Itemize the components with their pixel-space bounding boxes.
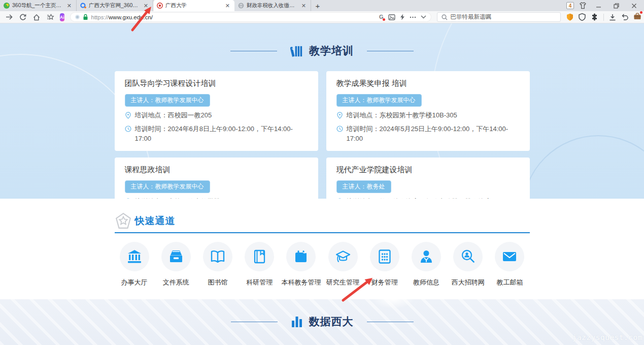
quick-link-label: 西大招聘网 — [452, 278, 485, 287]
adblock-shield-icon[interactable] — [579, 13, 586, 21]
quick-link-service-hall[interactable]: 办事大厅 — [115, 242, 154, 287]
training-time: 培训时间：2024年6月8日上午9:00-12:00，下午14:00-17:00 — [135, 124, 308, 144]
quick-link-finance[interactable]: 财务管理 — [365, 242, 404, 287]
quick-link-label: 教工邮箱 — [496, 278, 523, 287]
quick-link-label: 教师信息 — [413, 278, 439, 287]
title-rule-left — [231, 322, 278, 322]
quick-link-library[interactable]: 图书馆 — [198, 242, 238, 287]
decorative-circle — [522, 135, 644, 199]
quick-link-label: 文件系统 — [163, 278, 189, 287]
quick-channel-title: 快速通道 — [135, 214, 176, 228]
notebook-icon — [252, 248, 267, 265]
graduation-cap-icon — [334, 248, 352, 265]
maximize-button[interactable] — [609, 1, 623, 11]
training-section-title: 教学培训 — [309, 44, 354, 58]
training-location: 培训地点：西校园一教205 — [135, 111, 212, 120]
training-card-title: 团队导向学习课程设计培训 — [125, 79, 308, 88]
undo-recently-closed-icon[interactable] — [621, 14, 628, 21]
data-section: 数据西大 jazzysquest.com — [0, 299, 644, 345]
search-query-text: 巴菲特最新遗嘱 — [451, 13, 492, 21]
speaker-badge: 主讲人：教师教学发展中心 — [125, 180, 210, 193]
tab-close-icon[interactable]: ✕ — [300, 3, 307, 9]
forward-icon[interactable] — [5, 13, 13, 21]
address-bar[interactable]: https://www.gxu.edu.cn/ G — [70, 12, 431, 22]
quick-channel-section: 快速通道 办事大厅 文件系统 图书馆 科研管理 本科教务管理 — [0, 199, 644, 299]
browser-toolbar: Ai https://www.gxu.edu.cn/ G 巴菲特最新遗嘱 — [0, 11, 644, 23]
globe-icon — [238, 3, 244, 9]
title-rule-right — [367, 51, 414, 51]
tab-title: 360导航_一个主页，整个世界 — [12, 2, 63, 9]
quick-link-research[interactable]: 科研管理 — [240, 242, 279, 287]
watermark-text: jazzysquest.com — [572, 333, 642, 341]
calendar-icon — [293, 248, 309, 265]
download-icon[interactable] — [609, 14, 616, 21]
training-card: 现代产业学院建设培训 主讲人：教务处 培训地点：教务处会议室（行政办公楼二楼会议… — [326, 158, 530, 199]
location-pin-icon — [336, 198, 343, 199]
login-manager-briefcase-icon[interactable] — [633, 13, 641, 22]
more-actions-icon[interactable] — [410, 16, 416, 18]
training-card: 课程思政培训 主讲人：教师教学发展中心 培训地点：东校园第十教学楼10B-301… — [115, 158, 318, 199]
safety-shield-icon[interactable] — [566, 13, 573, 21]
quick-link-graduate[interactable]: 研究生管理 — [323, 242, 363, 287]
tab-fiscal-system[interactable]: 财政非税收入收缴电子化管理 ✕ — [234, 0, 311, 11]
home-icon[interactable] — [32, 13, 41, 21]
tab-360-search[interactable]: 广西大学官网_360搜索 ✕ — [77, 0, 153, 11]
archive-box-icon — [168, 248, 184, 265]
quick-link-recruitment[interactable]: 西大招聘网 — [448, 242, 488, 287]
quick-link-file-system[interactable]: 文件系统 — [156, 242, 196, 287]
books-icon — [290, 44, 304, 58]
quick-link-undergrad-affairs[interactable]: 本科教务管理 — [281, 242, 321, 287]
extensions-puzzle-icon[interactable] — [591, 13, 598, 21]
browser-search-box[interactable]: 巴菲特最新遗嘱 — [437, 12, 561, 22]
training-time: 培训时间：2024年5月25日上午9:00-12:00，下午14:00-17:0… — [347, 124, 520, 144]
toolbar-right-actions — [566, 13, 644, 22]
gxu-logo-icon — [157, 3, 163, 9]
clock-icon — [336, 126, 343, 132]
quick-link-label: 图书馆 — [208, 278, 227, 287]
close-window-button[interactable] — [627, 1, 641, 11]
quick-channel-header: 快速通道 — [115, 212, 530, 233]
360-search-logo-icon — [80, 3, 86, 9]
new-tab-button[interactable]: + — [311, 0, 324, 11]
calculator-icon — [377, 248, 392, 265]
reader-mode-icon[interactable] — [75, 15, 80, 19]
quick-link-staff-mail[interactable]: 教工邮箱 — [490, 242, 529, 287]
translate-icon[interactable]: G — [379, 14, 384, 20]
speaker-badge: 主讲人：教务处 — [336, 180, 391, 193]
tab-close-icon[interactable]: ✕ — [224, 3, 231, 9]
favorites-star-icon[interactable] — [46, 13, 54, 21]
tab-close-icon[interactable]: ✕ — [143, 3, 149, 9]
toolbar-divider — [603, 14, 604, 21]
tab-360-nav[interactable]: 360导航_一个主页，整个世界 ✕ — [0, 0, 77, 11]
location-pin-icon — [336, 112, 343, 119]
minimize-button[interactable] — [591, 1, 605, 11]
training-location: 培训地点：教务处会议室（行政办公楼二楼会议室） — [347, 197, 498, 199]
tab-title: 广西大学 — [165, 2, 222, 9]
speaker-badge: 主讲人：教师教学发展中心 — [336, 94, 422, 107]
quick-link-teacher-info[interactable]: 教师信息 — [406, 242, 446, 287]
quick-link-label: 办事大厅 — [121, 278, 148, 287]
screenshot-image-icon[interactable] — [388, 14, 395, 20]
tab-gxu-active[interactable]: 广西大学 ✕ — [153, 0, 234, 11]
theme-skin-icon[interactable] — [578, 1, 588, 11]
training-cards-grid: 团队导向学习课程设计培训 主讲人：教师教学发展中心 培训地点：西校园一教205 … — [115, 71, 530, 199]
lightning-quick-icon[interactable] — [400, 14, 405, 20]
search-person-icon — [460, 248, 476, 265]
clock-icon — [125, 126, 131, 132]
bar-chart-icon — [291, 315, 304, 328]
notification-dot — [383, 18, 385, 21]
data-section-header: 数据西大 — [0, 315, 644, 329]
training-section-header: 教学培训 — [0, 44, 644, 58]
tab-count-badge[interactable]: 4 — [566, 2, 574, 9]
tab-close-icon[interactable]: ✕ — [66, 3, 73, 9]
360-nav-logo-icon — [4, 3, 10, 9]
reload-icon[interactable] — [19, 13, 27, 21]
chevron-down-icon[interactable] — [421, 15, 426, 19]
address-bar-actions: G — [379, 14, 426, 20]
tab-title: 财政非税收入收缴电子化管理 — [247, 2, 298, 9]
ai-assistant-app-icon[interactable]: Ai — [60, 13, 64, 21]
browser-tab-bar: 360导航_一个主页，整个世界 ✕ 广西大学官网_360搜索 ✕ 广西大学 ✕ … — [0, 0, 644, 11]
notification-dot — [640, 11, 642, 14]
training-card-title: 现代产业学院建设培训 — [336, 165, 520, 175]
training-card: 教学成果奖申报 培训 主讲人：教师教学发展中心 培训地点：东校园第十教学楼10B… — [326, 71, 530, 151]
